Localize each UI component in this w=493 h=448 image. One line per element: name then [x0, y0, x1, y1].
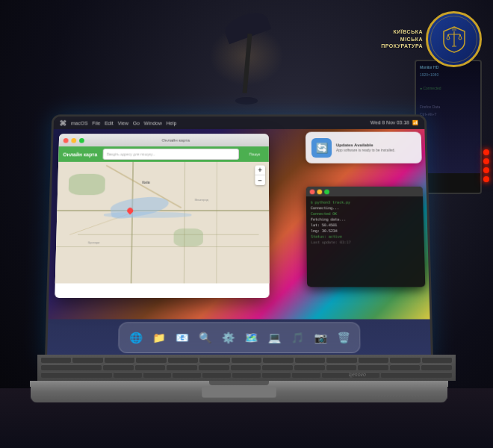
dock-icon-terminal[interactable]: 💻: [263, 327, 284, 348]
laptop-touchpad[interactable]: [202, 387, 276, 398]
logo-line-1: КИЇВСЬКА: [381, 28, 423, 36]
key[interactable]: [41, 357, 71, 363]
key[interactable]: [262, 372, 291, 378]
dock-icon-safari[interactable]: 🌐: [125, 327, 146, 348]
key[interactable]: [114, 372, 142, 378]
key[interactable]: [322, 372, 350, 378]
key[interactable]: [168, 357, 198, 363]
key[interactable]: [199, 357, 229, 363]
menu-items: macOS File Edit View Go Window Help: [71, 120, 176, 125]
key[interactable]: [167, 364, 197, 370]
logo-line-2: МІСЬКА: [381, 36, 423, 43]
zoom-in-button[interactable]: +: [255, 166, 265, 175]
key[interactable]: [422, 357, 452, 363]
menu-file[interactable]: File: [92, 120, 100, 125]
key[interactable]: [202, 372, 231, 378]
laptop-hinge: [209, 381, 269, 385]
led-3: [483, 167, 489, 173]
key[interactable]: [358, 364, 388, 370]
key[interactable]: [326, 364, 357, 370]
key[interactable]: [232, 357, 261, 363]
dock-icon-finder[interactable]: 📁: [148, 327, 169, 348]
menu-help[interactable]: Help: [166, 120, 176, 125]
dock-icon-music[interactable]: 🎵: [286, 327, 307, 348]
map-tiles[interactable]: Київ Бровари Вишгород + −: [55, 162, 270, 284]
key[interactable]: [295, 357, 325, 363]
laptop: ⌘ macOS File Edit View Go Window Help We…: [22, 105, 456, 403]
terminal-line-8: Last update: 03:17: [311, 239, 420, 245]
terminal-window[interactable]: $ python3 track.py Connecting... Connect…: [306, 187, 426, 287]
close-button-icon[interactable]: [63, 138, 69, 143]
dock-icon-photos[interactable]: 📷: [309, 327, 330, 348]
key[interactable]: [173, 372, 201, 378]
dock-icon-trash[interactable]: 🗑️: [332, 327, 353, 348]
notification-popup: 🔄 Updates Available App software is read…: [306, 132, 422, 164]
map-application-window[interactable]: Онлайн карта Онлайн карта Введіть адресу…: [55, 134, 269, 298]
desk-lamp: [232, 15, 261, 105]
key[interactable]: [294, 364, 325, 370]
terminal-line-3: Connected OK: [311, 211, 419, 217]
menubar-wifi-icon: 📶: [412, 120, 419, 125]
laptop-screen-frame: ⌘ macOS File Edit View Go Window Help We…: [45, 114, 433, 358]
key[interactable]: [263, 357, 293, 363]
key[interactable]: [105, 357, 134, 363]
map-suburb-label-2: Вишгород: [195, 198, 208, 202]
menu-go[interactable]: Go: [133, 120, 140, 125]
map-city-label: Київ: [142, 180, 149, 184]
key[interactable]: [326, 357, 356, 363]
key-enter[interactable]: [381, 372, 452, 378]
minimize-button-icon[interactable]: [71, 138, 76, 143]
logo-container: КИЇВСЬКА МІСЬКА ПРОКУРАТУРА: [415, 11, 482, 67]
key[interactable]: [262, 364, 293, 370]
terminal-close-icon[interactable]: [310, 189, 315, 194]
logo-inner: КИЇВСЬКА МІСЬКА ПРОКУРАТУРА: [381, 11, 482, 67]
menu-edit[interactable]: Edit: [105, 120, 114, 125]
terminal-line-4: Fetching data...: [311, 217, 419, 223]
terminal-maximize-icon[interactable]: [324, 189, 329, 194]
key[interactable]: [421, 364, 452, 370]
terminal-content: $ python3 track.py Connecting... Connect…: [306, 196, 424, 248]
key-tab[interactable]: [41, 364, 102, 370]
menu-view[interactable]: View: [117, 120, 128, 125]
map-green-area-2: [173, 228, 202, 246]
laptop-base: [30, 381, 448, 402]
organization-logo: КИЇВСЬКА МІСЬКА ПРОКУРАТУРА: [415, 11, 482, 71]
apple-logo-icon: ⌘: [59, 119, 66, 126]
key[interactable]: [359, 357, 388, 363]
map-zoom-controls[interactable]: + −: [255, 166, 265, 185]
key[interactable]: [103, 364, 134, 370]
dock-icon-settings[interactable]: ⚙️: [217, 327, 238, 348]
key[interactable]: [135, 364, 166, 370]
key[interactable]: [136, 357, 166, 363]
menu-window[interactable]: Window: [144, 120, 162, 125]
terminal-line-2: Connecting...: [311, 205, 419, 211]
map-search-input[interactable]: Введіть адресу для пошуку...: [103, 149, 239, 160]
zoom-out-button[interactable]: −: [255, 175, 265, 185]
key[interactable]: [199, 364, 229, 370]
led-1: [483, 149, 489, 155]
key[interactable]: [390, 364, 421, 370]
terminal-line-7: Status: active: [311, 234, 420, 240]
key[interactable]: [232, 372, 261, 378]
key[interactable]: [292, 372, 320, 378]
dock-icon-mail[interactable]: 📧: [171, 327, 192, 348]
maximize-button-icon[interactable]: [79, 138, 84, 143]
screen-content: ⌘ macOS File Edit View Go Window Help We…: [47, 116, 431, 356]
key[interactable]: [390, 357, 420, 363]
key[interactable]: [231, 364, 261, 370]
key[interactable]: [72, 357, 102, 363]
dock-icon-maps[interactable]: 🗺️: [240, 327, 261, 348]
terminal-titlebar: [306, 187, 423, 196]
map-road-horizontal-1: [57, 210, 269, 211]
terminal-minimize-icon[interactable]: [317, 189, 322, 194]
key-caps[interactable]: [41, 372, 112, 378]
menubar-time: Wed 8 Nov 03:18: [370, 120, 409, 125]
map-road-h3: [56, 246, 269, 247]
key[interactable]: [143, 372, 172, 378]
lenovo-brand-label: Lenovo: [349, 372, 366, 377]
led-2: [483, 158, 489, 164]
notification-text: Updates Available App software is ready …: [336, 143, 416, 152]
dock-icon-spotlight[interactable]: 🔍: [194, 327, 215, 348]
menu-finder[interactable]: macOS: [71, 120, 88, 125]
map-search-button[interactable]: Пошук: [245, 149, 264, 159]
